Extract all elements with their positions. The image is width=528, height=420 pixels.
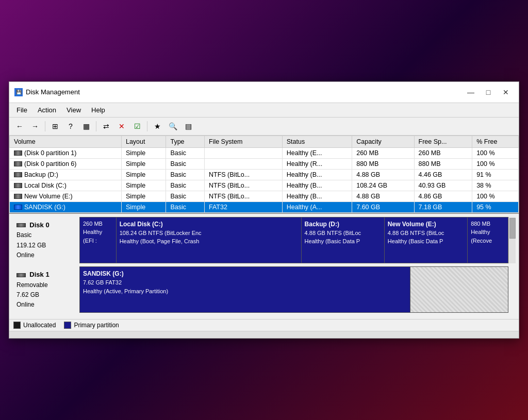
partition-detail: Healthy (Boot, Page File, Crash bbox=[120, 237, 298, 246]
disk1-icon bbox=[16, 273, 26, 277]
partition-size: 7.62 GB FAT32 bbox=[83, 278, 407, 287]
cell-layout: Simple bbox=[121, 169, 166, 180]
disk1-partition-1[interactable] bbox=[410, 267, 508, 312]
menu-file[interactable]: File bbox=[11, 104, 32, 116]
toolbar-btn-table[interactable]: ▦ bbox=[79, 120, 93, 133]
disk1-partition-0[interactable]: SANDISK (G:) 7.62 GB FAT32 Healthy (Acti… bbox=[80, 267, 410, 312]
partition-size: 260 MB bbox=[83, 220, 113, 228]
partition-name: New Volume (E:) bbox=[388, 220, 464, 229]
col-free: Free Sp... bbox=[414, 136, 472, 147]
menu-view[interactable]: View bbox=[61, 104, 86, 116]
disk1-partitions: SANDISK (G:) 7.62 GB FAT32 Healthy (Acti… bbox=[79, 266, 508, 313]
toolbar-btn-grid[interactable]: ⊞ bbox=[48, 120, 62, 133]
cell-capacity: 108.24 GB bbox=[352, 180, 414, 191]
horizontal-scrollbar[interactable] bbox=[9, 331, 519, 338]
cell-capacity: 7.60 GB bbox=[352, 201, 414, 212]
disk0-name: Disk 0 bbox=[29, 221, 49, 229]
cell-free: 40.93 GB bbox=[414, 180, 472, 191]
col-status: Status bbox=[282, 136, 352, 147]
cell-free: 4.86 GB bbox=[414, 191, 472, 201]
close-button[interactable]: ✕ bbox=[498, 86, 514, 98]
toolbar-sep-1 bbox=[45, 121, 45, 131]
col-fs: File System bbox=[205, 136, 283, 147]
cell-volume: Local Disk (C:) bbox=[10, 180, 122, 191]
table-row[interactable]: Local Disk (C:) Simple Basic NTFS (BitLo… bbox=[10, 180, 519, 191]
toolbar-btn-swap[interactable]: ⇄ bbox=[99, 120, 113, 133]
table-row[interactable]: (Disk 0 partition 1) Simple Basic Health… bbox=[10, 147, 519, 158]
volume-table: Volume Layout Type File System Status Ca… bbox=[9, 136, 519, 213]
partition-detail: Healthy (Basic Data P bbox=[388, 237, 464, 246]
cell-layout: Simple bbox=[121, 201, 166, 212]
disk-management-window: 💾 Disk Management — □ ✕ File Action View… bbox=[9, 81, 519, 339]
scrollbar-thumb[interactable] bbox=[509, 218, 516, 239]
toolbar-btn-check[interactable]: ☑ bbox=[130, 120, 144, 133]
table-row[interactable]: Backup (D:) Simple Basic NTFS (BitLo... … bbox=[10, 169, 519, 180]
minimize-button[interactable]: — bbox=[463, 86, 478, 98]
table-row[interactable]: (Disk 0 partition 6) Simple Basic Health… bbox=[10, 158, 519, 169]
scrollbar-vertical[interactable] bbox=[508, 217, 516, 263]
legend-box-primary bbox=[64, 322, 71, 329]
cell-pct: 95 % bbox=[472, 201, 519, 212]
cell-status: Healthy (A... bbox=[282, 201, 352, 212]
back-button[interactable]: ← bbox=[12, 120, 27, 133]
toolbar-btn-x[interactable]: ✕ bbox=[114, 120, 129, 133]
toolbar-btn-search[interactable]: 🔍 bbox=[166, 120, 180, 133]
toolbar-btn-list[interactable]: ▤ bbox=[181, 120, 195, 133]
table-row[interactable]: New Volume (E:) Simple Basic NTFS (BitLo… bbox=[10, 191, 519, 201]
cell-fs bbox=[205, 158, 283, 169]
partition-size: 4.88 GB NTFS (BitLoc bbox=[305, 229, 381, 238]
disk0-partition-2[interactable]: Backup (D:) 4.88 GB NTFS (BitLoc Healthy… bbox=[302, 217, 385, 263]
toolbar-btn-star[interactable]: ★ bbox=[150, 120, 164, 133]
toolbar: ← → ⊞ ? ▦ ⇄ ✕ ☑ ★ 🔍 ▤ bbox=[9, 117, 519, 136]
legend-label-primary: Primary partition bbox=[74, 322, 119, 329]
cell-pct: 100 % bbox=[472, 147, 519, 158]
cell-free: 260 MB bbox=[414, 147, 472, 158]
scrollbar-spacer bbox=[508, 266, 516, 313]
table-row[interactable]: SANDISK (G:) Simple Basic FAT32 Healthy … bbox=[10, 201, 519, 212]
forward-button[interactable]: → bbox=[28, 120, 42, 133]
row-icon bbox=[14, 205, 22, 210]
toolbar-sep-2 bbox=[96, 121, 96, 131]
disk0-partition-4[interactable]: 880 MB Healthy (Recove bbox=[468, 217, 508, 263]
partition-name: Backup (D:) bbox=[305, 220, 381, 229]
legend-label-unallocated: Unallocated bbox=[23, 322, 56, 329]
toolbar-sep-3 bbox=[147, 121, 147, 131]
legend: Unallocated Primary partition bbox=[9, 319, 519, 331]
disk0-partition-0[interactable]: 260 MB Healthy (EFI : bbox=[80, 217, 117, 263]
cell-volume: (Disk 0 partition 6) bbox=[10, 158, 122, 169]
partition-detail: Healthy (Active, Primary Partition) bbox=[83, 287, 407, 296]
window-title: Disk Management bbox=[26, 88, 80, 96]
maximize-button[interactable]: □ bbox=[481, 86, 496, 98]
toolbar-btn-help[interactable]: ? bbox=[63, 120, 78, 133]
cell-fs: NTFS (BitLo... bbox=[205, 180, 283, 191]
legend-box-unallocated bbox=[13, 322, 21, 329]
menu-bar: File Action View Help bbox=[9, 103, 519, 117]
cell-layout: Simple bbox=[121, 147, 166, 158]
disk0-row: Disk 0 Basic 119.12 GB Online 260 MB Hea… bbox=[12, 217, 516, 263]
title-bar: 💾 Disk Management — □ ✕ bbox=[9, 82, 519, 103]
partition-name: Local Disk (C:) bbox=[120, 220, 298, 229]
col-layout: Layout bbox=[121, 136, 166, 147]
partition-detail: Healthy (EFI : bbox=[83, 228, 113, 245]
menu-help[interactable]: Help bbox=[86, 104, 110, 116]
cell-layout: Simple bbox=[121, 158, 166, 169]
disk0-partition-3[interactable]: New Volume (E:) 4.88 GB NTFS (BitLoc Hea… bbox=[385, 217, 468, 263]
cell-fs: FAT32 bbox=[205, 201, 283, 212]
cell-pct: 38 % bbox=[472, 180, 519, 191]
disk-view: Disk 0 Basic 119.12 GB Online 260 MB Hea… bbox=[9, 213, 519, 320]
cell-layout: Simple bbox=[121, 191, 166, 201]
cell-volume: (Disk 0 partition 1) bbox=[10, 147, 122, 158]
disk0-label: Disk 0 Basic 119.12 GB Online bbox=[12, 217, 79, 263]
row-icon bbox=[14, 172, 22, 177]
disk1-label: Disk 1 Removable 7.62 GB Online bbox=[12, 266, 79, 313]
cell-free: 880 MB bbox=[414, 158, 472, 169]
partition-detail: Healthy (Recove bbox=[471, 228, 505, 245]
cell-status: Healthy (B... bbox=[282, 180, 352, 191]
disk0-partition-1[interactable]: Local Disk (C:) 108.24 GB NTFS (BitLocke… bbox=[117, 217, 302, 263]
cell-pct: 91 % bbox=[472, 169, 519, 180]
cell-free: 4.46 GB bbox=[414, 169, 472, 180]
menu-action[interactable]: Action bbox=[32, 104, 61, 116]
cell-type: Basic bbox=[166, 158, 205, 169]
cell-volume: Backup (D:) bbox=[10, 169, 122, 180]
app-icon: 💾 bbox=[14, 88, 23, 96]
